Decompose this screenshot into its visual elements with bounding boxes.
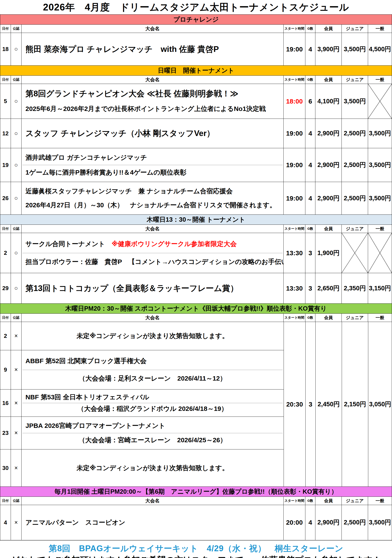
junior-fee: 2,500円 <box>342 119 368 148</box>
tournament-name-cell: 酒井武雄プロ ガチンコチャレンジマッチ1ゲーム毎に酒井P勝利者賞あり!!＆4ゲー… <box>22 148 284 182</box>
cross-icon <box>368 84 392 119</box>
sanction-mark: ○ <box>11 33 22 65</box>
tournament-name-text: 未定※コンディションが決まり次第告知致します。 <box>77 331 229 340</box>
games-count: 4 <box>305 33 315 65</box>
col-header-start: スタート時間 <box>284 225 305 233</box>
junior-fee: 2,500円 <box>342 505 368 540</box>
start-time: 19:00 <box>284 33 305 65</box>
col-header-general: 一般 <box>368 225 392 233</box>
col-header-name: 大会名 <box>22 225 284 233</box>
column-header-row: 日付公認大会名スタート時間G数会員ジュニア一般 <box>0 497 392 505</box>
sanction-mark: × <box>11 449 22 487</box>
tournament-name-cell: 第13回トコトコカップ（全員表彰＆ラッキーフレーム賞） <box>22 273 284 303</box>
schedule-row: 2○サークル合同トーナメント ※健康ボウリングサークル参加者限定大会担当プロボウ… <box>0 233 392 273</box>
schedule-row: 23×JPBA 2026宮崎プロアマオープントーナメント（大会会場：宮崎エースレ… <box>0 417 284 449</box>
start-time: 13:30 <box>284 233 305 273</box>
footer-participation-note: どなたでもご参加頂けます！参加ご希望の方はスタッフまで 佐藤貴啓プロも参加してま… <box>0 554 392 558</box>
col-header-general: 一般 <box>368 25 392 33</box>
tournament-name-cell: 未定※コンディションが決まり次第告知致します。 <box>22 322 284 350</box>
tournament-name-line: （大会会場：宮崎エースレーン 2026/4/25～26） <box>22 433 284 447</box>
tournament-name-text: 担当プロボウラー：佐藤 貴啓P 【コメント→ハウスコンディションの攻略のお手伝い… <box>25 257 284 266</box>
schedule-row: 9×ABBF 第52回 北関東ブロック選手権大会（大会会場：足利スターレーン 2… <box>0 350 284 390</box>
col-header-date: 日付 <box>0 497 11 505</box>
sanction-mark: × <box>11 322 22 350</box>
col-header-games: G数 <box>305 314 315 322</box>
tournament-name-line: 第13回トコトコカップ（全員表彰＆ラッキーフレーム賞） <box>22 275 284 301</box>
col-header-member: 会員 <box>315 25 342 33</box>
general-fee-crossed <box>368 84 392 119</box>
col-header-games: G数 <box>305 225 315 233</box>
col-header-date: 日付 <box>0 25 11 33</box>
sanction-mark: ○ <box>11 182 22 215</box>
section-band-pro-challenge: プロチャレンジ <box>0 15 392 25</box>
date-cell: 4 <box>0 505 11 540</box>
section-band-sunday: 日曜日 開催トーナメント <box>0 66 392 76</box>
col-header-junior: ジュニア <box>342 76 368 84</box>
member-fee: 2,900円 <box>315 182 342 215</box>
merged-section-thursday-2030-spocon: 2×未定※コンディションが決まり次第告知致します。9×ABBF 第52回 北関東… <box>0 322 392 487</box>
tournament-name-text: ※健康ボウリングサークル参加者限定大会 <box>112 240 237 248</box>
col-header-date: 日付 <box>0 225 11 233</box>
schedule-row: 18○熊田 菜奈海プロ チャレンジマッチ with 佐藤 貴啓P19:0043,… <box>0 33 392 66</box>
col-header-member: 会員 <box>315 314 342 322</box>
col-header-start: スタート時間 <box>284 76 305 84</box>
schedule-row: 16×NBF 第53回 全日本トリオフェスティバル（大会会場：稲沢グランドボウル… <box>0 390 284 417</box>
tournament-name-line: 担当プロボウラー：佐藤 貴啓P 【コメント→ハウスコンディションの攻略のお手伝い… <box>22 253 284 271</box>
tournament-name-line: 未定※コンディションが決まり次第告知致します。 <box>22 324 284 348</box>
section-band-thursday-2030-spocon: 木曜日PM20：30～開催 スポコントーナメント《田坂大輔プロ参戦!!》順位表彰… <box>0 304 392 314</box>
games-count: 4 <box>305 182 315 215</box>
junior-fee: 2,500円 <box>342 148 368 182</box>
col-header-junior: ジュニア <box>342 497 368 505</box>
tournament-name-text: （大会会場：宮崎エースレーン 2026/4/25～26） <box>79 436 226 445</box>
tournament-name-line: 酒井武雄プロ ガチンコチャレンジマッチ <box>22 150 284 165</box>
col-header-junior: ジュニア <box>342 225 368 233</box>
section-band-thursday-1330: 木曜日13：30～開催 トーナメント <box>0 215 392 225</box>
col-header-name: 大会名 <box>22 314 284 322</box>
schedule-row: 26○近藤眞桜スタッフチャレンジマッチ 兼 ナショナルチーム合宿応援会2026年… <box>0 182 392 215</box>
tournament-name-cell: 未定※コンディションが決まり次第告知致します。 <box>22 449 284 487</box>
col-header-sanction: 公認 <box>11 497 22 505</box>
date-cell: 16 <box>0 390 11 417</box>
general-fee: 3,050円 <box>368 322 392 487</box>
date-cell: 12 <box>0 119 11 148</box>
schedule-row: 5○第8回グランドチャンピオン大会 ≪社長 佐藤則明参戦！≫2025年6月～20… <box>0 84 392 119</box>
tournament-name-text: （大会会場：足利スターレーン 2026/4/11～12） <box>79 374 226 383</box>
footer: 第8回 BPAGオールウェイサーキット 4/29（水・祝） 桐生スターレーン ど… <box>0 541 392 558</box>
member-fee: 2,650円 <box>315 273 342 303</box>
col-header-games: G数 <box>305 497 315 505</box>
general-fee: 3,500円 <box>368 505 392 540</box>
date-cell: 9 <box>0 350 11 389</box>
tournament-name-cell: ABBF 第52回 北関東ブロック選手権大会（大会会場：足利スターレーン 202… <box>22 350 284 389</box>
col-header-start: スタート時間 <box>284 497 305 505</box>
tournament-name-line: 2025年6月～2026年2月までの社長杯ポイントランキング上位者によるNo1決… <box>22 101 284 117</box>
page-title: 2026年 4月度 ドリームスタジアム太田トーナメントスケジュール <box>0 0 392 14</box>
start-time: 19:00 <box>284 148 305 182</box>
col-header-games: G数 <box>305 25 315 33</box>
start-time: 13:30 <box>284 273 305 303</box>
merged-section-rows: 2×未定※コンディションが決まり次第告知致します。9×ABBF 第52回 北関東… <box>0 322 284 487</box>
date-cell: 18 <box>0 33 11 65</box>
col-header-member: 会員 <box>315 225 342 233</box>
col-header-junior: ジュニア <box>342 314 368 322</box>
tournament-schedule-table: プロチャレンジ日付公認大会名スタート時間G数会員ジュニア一般18○熊田 菜奈海プ… <box>0 14 392 541</box>
tournament-name-cell: JPBA 2026宮崎プロアマオープントーナメント（大会会場：宮崎エースレーン … <box>22 417 284 449</box>
tournament-name-text: 2026年4月27日（月）～30（木） ナショナルチーム合宿ドリスタで開催されま… <box>25 201 276 210</box>
schedule-row: 4×アニマルパターン スコーピオン20:0042,900円2,500円3,500… <box>0 505 392 540</box>
member-fee: 1,900円 <box>315 233 342 273</box>
tournament-name-text: 2025年6月～2026年2月までの社長杯ポイントランキング上位者によるNo1決… <box>25 105 266 113</box>
member-fee: 2,450円 <box>316 322 342 487</box>
tournament-name-line: （大会会場：稲沢グランドボウル 2026/4/18～19） <box>22 403 284 414</box>
general-fee-crossed <box>368 233 392 273</box>
merged-fee-columns: 20:3032,450円2,150円3,050円 <box>284 322 392 487</box>
col-header-name: 大会名 <box>22 25 284 33</box>
column-header-row: 日付公認大会名スタート時間G数会員ジュニア一般 <box>0 76 392 84</box>
column-header-row: 日付公認大会名スタート時間G数会員ジュニア一般 <box>0 25 392 33</box>
tournament-name-line: スタッフ チャレンジマッチ（小林 剛スタッフVer） <box>22 121 284 146</box>
junior-fee-crossed <box>342 233 368 273</box>
tournament-name-cell: NBF 第53回 全日本トリオフェスティバル（大会会場：稲沢グランドボウル 20… <box>22 390 284 417</box>
date-cell: 5 <box>0 84 11 119</box>
sanction-mark: ○ <box>11 273 22 303</box>
schedule-row: 19○酒井武雄プロ ガチンコチャレンジマッチ1ゲーム毎に酒井P勝利者賞あり!!＆… <box>0 148 392 182</box>
general-fee: 3,150円 <box>368 273 392 303</box>
sanction-mark: × <box>11 350 22 389</box>
